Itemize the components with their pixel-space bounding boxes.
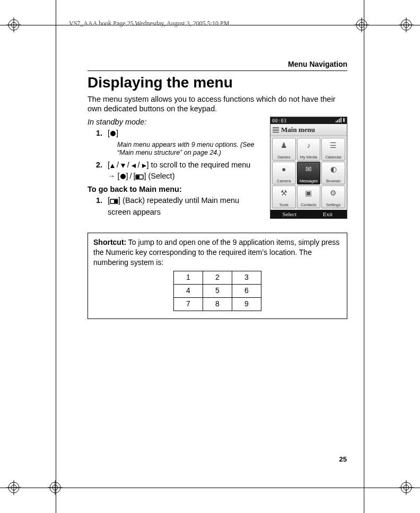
sep: / — [126, 161, 131, 169]
page-number: 25 — [339, 455, 347, 463]
step-text: ] / [ — [126, 172, 136, 180]
step-note: Main menu appears with 9 menu options. (… — [117, 141, 258, 157]
signal-icon — [336, 118, 345, 123]
phone-app-cell: ✉Messages — [297, 162, 321, 184]
steps-column: In standby mode: 1. [] Main menu appears… — [88, 117, 258, 219]
center-key-icon — [120, 172, 126, 183]
svg-rect-34 — [336, 121, 337, 122]
app-glyph-icon: ⚙ — [328, 188, 339, 198]
crop-line — [364, 0, 364, 513]
phone-app-grid: ♟Games♪My Media☰Calendar●Camera✉Messages… — [270, 136, 347, 210]
phone-app-cell: ♟Games — [272, 138, 296, 161]
page-title: Displaying the menu — [88, 74, 347, 91]
target-mark-icon — [354, 17, 369, 32]
subheading: To go back to Main menu: — [88, 185, 258, 193]
step-text: ] (Back) repeatedly until Main menu scre… — [108, 196, 239, 216]
app-label: My Media — [300, 155, 318, 160]
phone-status-bar: 00:03 — [270, 117, 347, 124]
shortcut-box: Shortcut: To jump to and open one of the… — [88, 233, 347, 319]
shortcut-label: Shortcut: — [93, 238, 126, 246]
up-key-icon — [110, 161, 115, 172]
phone-app-cell: ▣Contacts — [297, 185, 321, 208]
app-label: Camera — [277, 179, 291, 183]
app-label: Contacts — [301, 202, 317, 207]
phone-app-cell: ⚒Tools — [272, 185, 296, 208]
svg-rect-38 — [343, 118, 345, 122]
app-glyph-icon: ▣ — [303, 188, 314, 198]
svg-rect-36 — [339, 119, 340, 122]
step-text: ] — [116, 129, 118, 137]
shortcut-text: To jump to and open one of the 9 applica… — [93, 238, 339, 267]
app-glyph-icon: ♟ — [278, 140, 290, 150]
crop-line — [0, 488, 420, 488]
phone-app-cell: ◐Browser — [321, 162, 345, 184]
numbering-grid: 123456789 — [173, 271, 261, 311]
sep: / — [115, 161, 120, 169]
status-time: 00:03 — [272, 118, 286, 123]
softkey-right: Exit — [309, 210, 347, 218]
section-rule — [88, 70, 347, 71]
document-header: VS7_AAA.book Page 25 Wednesday, August 3… — [69, 20, 229, 28]
phone-app-cell: ⚙Settings — [321, 185, 345, 208]
step-number: 1. — [88, 128, 108, 159]
numbering-cell: 5 — [203, 284, 232, 297]
phone-app-cell: ♪My Media — [297, 138, 321, 161]
center-key-icon — [110, 129, 116, 140]
registration-mark-icon — [6, 17, 21, 32]
right-key-icon — [142, 161, 147, 172]
app-label: Browser — [326, 179, 341, 183]
page-content: Menu Navigation Displaying the menu The … — [88, 60, 347, 319]
softkey-left: Select — [270, 210, 309, 218]
numbering-cell: 4 — [174, 284, 203, 297]
softkey-icon — [110, 197, 118, 207]
app-glyph-icon: ● — [278, 164, 290, 174]
step-number: 1. — [88, 196, 108, 217]
left-key-icon — [131, 161, 136, 172]
registration-mark-icon — [399, 480, 414, 495]
app-label: Games — [277, 155, 290, 160]
phone-screenshot: 00:03 Main menu ♟Games♪My Media☰Calendar… — [270, 117, 347, 219]
svg-marker-27 — [132, 164, 136, 168]
intro-paragraph: The menu system allows you to access fun… — [88, 94, 347, 113]
app-label: Settings — [326, 202, 340, 207]
app-glyph-icon: ⚒ — [278, 188, 290, 198]
numbering-cell: 8 — [203, 297, 232, 311]
crop-line — [56, 0, 56, 513]
down-key-icon — [120, 161, 126, 172]
svg-marker-25 — [110, 164, 115, 168]
numbering-cell: 3 — [232, 271, 261, 284]
registration-mark-icon — [399, 17, 414, 32]
svg-point-29 — [120, 174, 126, 179]
sep: / — [136, 161, 142, 169]
breadcrumb: Menu Navigation — [88, 60, 347, 68]
phone-title-bar: Main menu — [270, 124, 347, 136]
menu-grid-icon — [273, 127, 279, 132]
svg-rect-37 — [340, 118, 342, 122]
svg-marker-26 — [121, 164, 125, 168]
svg-rect-33 — [114, 200, 117, 203]
app-label: Messages — [300, 179, 318, 183]
numbering-cell: 9 — [232, 297, 261, 311]
softkey-icon — [135, 172, 144, 183]
numbering-cell: 1 — [174, 271, 203, 284]
svg-rect-35 — [337, 120, 338, 122]
app-label: Calendar — [325, 155, 341, 160]
phone-app-cell: ●Camera — [272, 162, 296, 184]
app-glyph-icon: ♪ — [303, 140, 314, 150]
registration-mark-icon — [6, 480, 21, 495]
app-glyph-icon: ☰ — [328, 140, 339, 150]
svg-marker-28 — [142, 164, 146, 168]
numbering-cell: 6 — [232, 284, 261, 297]
target-mark-icon — [48, 480, 63, 495]
app-glyph-icon: ✉ — [303, 164, 314, 174]
svg-rect-31 — [136, 175, 139, 179]
step-number: 2. — [88, 160, 108, 183]
phone-title: Main menu — [281, 126, 315, 134]
app-glyph-icon: ◐ — [328, 164, 339, 174]
phone-app-cell: ☰Calendar — [321, 138, 345, 161]
app-label: Tools — [279, 202, 289, 207]
mode-line: In standby mode: — [88, 118, 258, 126]
numbering-cell: 2 — [203, 271, 232, 284]
numbering-cell: 7 — [174, 297, 203, 311]
phone-softkeys: Select Exit — [270, 210, 347, 218]
